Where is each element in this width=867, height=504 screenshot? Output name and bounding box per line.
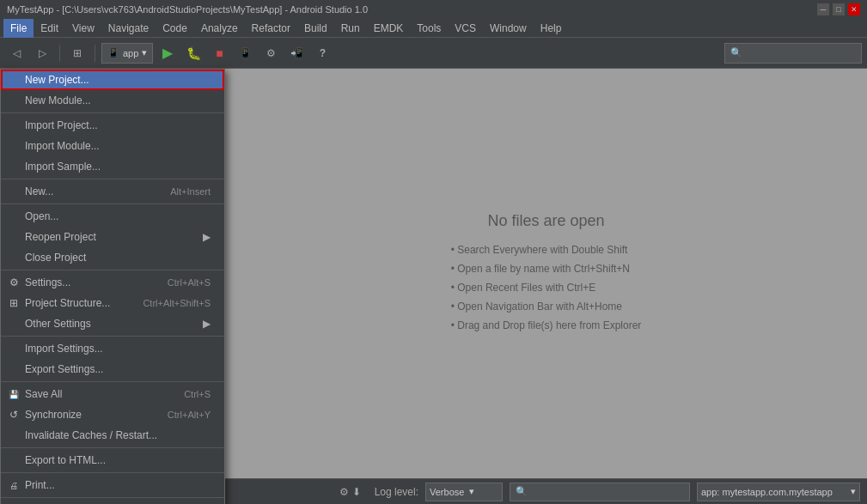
menu-synchronize[interactable]: ↺ Synchronize Ctrl+Alt+Y [1,404,224,425]
synchronize-icon: ↺ [6,409,21,421]
sdk-button[interactable]: ⚙ [259,42,282,64]
no-files-hints: Search Everywhere with Double Shift Open… [451,240,642,335]
menu-new-project-label: New Project... [25,74,89,86]
menu-project-structure-shortcut: Ctrl+Alt+Shift+S [143,298,211,308]
log-search-icon: 🔍 [516,486,528,497]
gear-icon[interactable]: ⚙ [339,486,349,498]
app-icon: 📱 [107,47,119,58]
menu-settings[interactable]: ⚙ Settings... Ctrl+Alt+S [1,272,224,293]
menu-import-sample[interactable]: Import Sample... [1,156,224,177]
separator-2 [1,179,224,179]
menu-code[interactable]: Code [156,19,194,38]
menu-run[interactable]: Run [334,19,367,38]
separator-9 [1,497,224,498]
menu-bar: File Edit View Navigate Code Analyze Ref… [0,19,867,38]
menu-file[interactable]: File [3,19,34,38]
menu-import-settings-label: Import Settings... [25,343,103,355]
app-filter-select[interactable]: app: mytestapp.com.mytestapp ▾ [697,483,860,501]
menu-other-settings[interactable]: Other Settings ▶ [1,313,224,334]
download-icon[interactable]: ⬇ [352,486,361,498]
file-dropdown-menu: New Project... New Module... Import Proj… [0,69,225,504]
toolbar-separator-1 [59,45,60,62]
maximize-button[interactable]: □ [833,3,845,15]
log-level-arrow: ▾ [469,486,474,497]
menu-reopen-project[interactable]: Reopen Project ▶ [1,227,224,247]
separator-1 [1,112,224,113]
menu-export-settings[interactable]: Export Settings... [1,359,224,380]
log-level-label: Log level: [375,486,418,498]
avd-button[interactable]: 📲 [285,42,308,64]
separator-6 [1,381,224,382]
print-icon: 🖨 [6,481,21,490]
menu-open-label: Open... [25,210,58,222]
app-filter-value: app: mytestapp.com.mytestapp [701,487,833,497]
title-bar: MyTestApp - [C:\Users\vck763\AndroidStud… [0,0,867,19]
close-button[interactable]: ✕ [848,3,860,15]
menu-open[interactable]: Open... [1,206,224,227]
menu-other-settings-label: Other Settings [25,318,91,330]
menu-edit[interactable]: Edit [34,19,65,38]
log-level-select[interactable]: Verbose ▾ [425,483,503,501]
menu-close-project[interactable]: Close Project [1,247,224,268]
gear-settings-area: ⚙ ⬇ [339,486,361,498]
menu-build[interactable]: Build [297,19,334,38]
run-button[interactable]: ▶ [156,42,179,64]
menu-tools[interactable]: Tools [410,19,448,38]
menu-invalidate-caches[interactable]: Invalidate Caches / Restart... [1,425,224,446]
menu-import-module[interactable]: Import Module... [1,136,224,156]
menu-new-module[interactable]: New Module... [1,90,224,111]
back-button[interactable]: ◁ [5,42,27,64]
save-all-icon: 💾 [6,390,21,399]
menu-save-all[interactable]: 💾 Save All Ctrl+S [1,384,224,404]
menu-import-settings[interactable]: Import Settings... [1,338,224,359]
other-settings-arrow-icon: ▶ [203,318,211,330]
app-dropdown-arrow: ▾ [142,47,147,58]
separator-4 [1,270,224,270]
menu-new-project[interactable]: New Project... [1,70,224,90]
menu-reopen-project-label: Reopen Project [25,231,96,243]
title-text: MyTestApp - [C:\Users\vck763\AndroidStud… [7,4,368,15]
separator-7 [1,447,224,448]
separator-3 [1,203,224,204]
debug-button[interactable]: 🐛 [182,42,205,64]
menu-refactor[interactable]: Refactor [245,19,297,38]
menu-settings-label: Settings... [25,276,70,288]
minimize-button[interactable]: ─ [817,3,829,15]
menu-new[interactable]: New... Alt+Insert [1,181,224,202]
project-structure-icon: ⊞ [6,297,21,309]
search-box[interactable]: 🔍 [724,43,862,64]
menu-emdk[interactable]: EMDK [367,19,411,38]
settings-icon: ⚙ [6,276,21,288]
hint-1: Search Everywhere with Double Shift [451,240,642,259]
separator-5 [1,336,224,337]
no-files-title: No files are open [487,212,604,230]
log-search-input[interactable]: 🔍 [510,483,690,501]
menu-help[interactable]: Help [534,19,569,38]
app-selector[interactable]: 📱 app ▾ [101,43,153,64]
menu-synchronize-shortcut: Ctrl+Alt+Y [168,410,211,420]
menu-navigate[interactable]: Navigate [101,19,156,38]
menu-window[interactable]: Window [483,19,534,38]
app-label: app [123,48,138,58]
sync-button[interactable]: ⊞ [66,42,89,64]
menu-import-project[interactable]: Import Project... [1,115,224,136]
title-bar-controls: ─ □ ✕ [817,3,860,15]
menu-export-html[interactable]: Export to HTML... [1,450,224,471]
menu-import-project-label: Import Project... [25,119,98,131]
menu-print[interactable]: 🖨 Print... [1,475,224,495]
menu-vcs[interactable]: VCS [448,19,483,38]
toolbar: ◁ ▷ ⊞ 📱 app ▾ ▶ 🐛 ■ 📱 ⚙ 📲 ? 🔍 [0,38,867,69]
menu-view[interactable]: View [65,19,101,38]
menu-save-all-shortcut: Ctrl+S [184,389,211,399]
device-button[interactable]: 📱 [234,42,256,64]
menu-invalidate-caches-label: Invalidate Caches / Restart... [25,429,157,441]
menu-project-structure[interactable]: ⊞ Project Structure... Ctrl+Alt+Shift+S [1,293,224,313]
menu-analyze[interactable]: Analyze [194,19,245,38]
menu-new-label: New... [25,185,53,197]
help-button[interactable]: ? [311,42,333,64]
stop-button[interactable]: ■ [208,42,230,64]
editor-content-area: No files are open Search Everywhere with… [225,69,867,478]
forward-button[interactable]: ▷ [31,42,53,64]
reopen-arrow-icon: ▶ [203,231,211,243]
menu-add-favorites[interactable]: Add to Favorites ▶ [1,500,224,504]
